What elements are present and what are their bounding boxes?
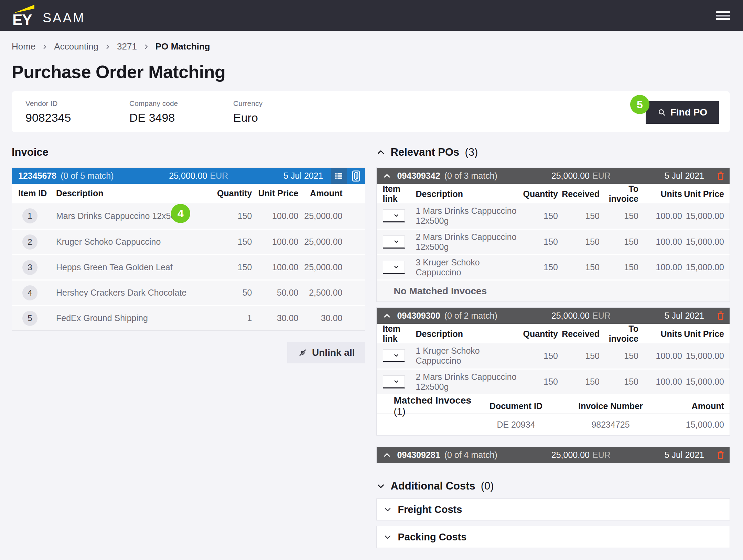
item-link-select[interactable] bbox=[383, 261, 405, 274]
page-content: 4 5 Home Accounting 3271 PO Matching Pur… bbox=[0, 41, 743, 548]
po-header-bar[interactable]: 094309281 (0 of 4 match) 25,000.00 EUR 5… bbox=[377, 447, 730, 463]
trash-icon[interactable] bbox=[712, 168, 730, 184]
find-po-button[interactable]: Find PO bbox=[646, 101, 719, 124]
po-match-count: (0 of 2 match) bbox=[444, 311, 497, 321]
po-card-094309342: 094309342 (0 of 3 match) 25,000.00 EUR 5… bbox=[376, 167, 730, 302]
item-description: Kruger Schoko Cappuccino bbox=[56, 237, 204, 247]
item-description: Hepps Green Tea Golden Leaf bbox=[56, 262, 204, 272]
relevant-pos-count: (3) bbox=[465, 146, 478, 158]
vendor-id-field: Vendor ID 9082345 bbox=[25, 99, 129, 124]
product-name: SAAM bbox=[43, 11, 85, 25]
packing-costs-panel[interactable]: Packing Costs bbox=[376, 526, 730, 548]
invoice-item-row: 5 FedEx Ground Shipping 1 30.00 30.00 bbox=[12, 305, 365, 330]
po-item-row: 1 Kruger Schoko Cappuccino 150 150 150 1… bbox=[377, 343, 730, 369]
po-item-description: 2 Mars Drinks Cappuccino 12x500g bbox=[416, 232, 520, 252]
po-match-count: (0 of 3 match) bbox=[444, 171, 497, 181]
po-item-description: 3 Kruger Schoko Cappuccino bbox=[416, 257, 520, 277]
po-amount: 25,000.00 bbox=[551, 171, 590, 181]
po-amount: 25,000.00 bbox=[551, 450, 590, 460]
freight-costs-panel[interactable]: Freight Costs bbox=[376, 498, 730, 520]
trash-icon[interactable] bbox=[712, 308, 730, 324]
po-currency: EUR bbox=[592, 171, 611, 181]
page-title: Purchase Order Matching bbox=[12, 62, 730, 82]
po-table-header: Item link Description Quantity Received … bbox=[377, 184, 730, 203]
summary-card: Vendor ID 9082345 Company code DE 3498 C… bbox=[12, 91, 730, 132]
matched-invoices-title: Matched Invoces bbox=[394, 395, 472, 406]
po-date: 5 Jul 2021 bbox=[665, 311, 704, 321]
item-link-select[interactable] bbox=[383, 209, 405, 222]
invoice-match-count: (0 of 5 match) bbox=[61, 171, 114, 181]
item-id-badge: 5 bbox=[22, 311, 37, 326]
item-description: FedEx Ground Shipping bbox=[56, 313, 204, 323]
brand-logo: EY SAAM bbox=[12, 5, 85, 26]
chevron-down-icon bbox=[384, 533, 392, 541]
matched-invoice-row: DE 20934 98234725 15,000.00 bbox=[377, 414, 730, 435]
relevant-pos-title: Relevant POs bbox=[391, 146, 460, 158]
matched-invoice-number: 98234725 bbox=[559, 420, 662, 430]
po-id: 094309342 bbox=[397, 171, 440, 181]
item-id-badge: 4 bbox=[22, 285, 37, 300]
item-description: Hershey Crackers Dark Chocolate bbox=[56, 288, 204, 298]
step-badge-4: 4 bbox=[171, 204, 190, 223]
matched-invoices-count: (1) bbox=[394, 406, 406, 417]
step-badge-5: 5 bbox=[630, 95, 649, 114]
ey-logo: EY bbox=[12, 5, 34, 26]
no-matched-invoices-label: No Matched Invoces bbox=[377, 279, 730, 301]
chevron-up-icon[interactable] bbox=[376, 148, 385, 157]
invoice-item-row: 2 Kruger Schoko Cappuccino 150 100.00 25… bbox=[12, 229, 365, 254]
breadcrumb-accounting[interactable]: Accounting bbox=[54, 41, 98, 52]
po-id: 094309300 bbox=[397, 311, 440, 321]
chevron-up-icon[interactable] bbox=[383, 172, 391, 180]
po-item-description: 2 Mars Drinks Cappuccino 12x500g bbox=[416, 372, 520, 392]
chevron-up-icon[interactable] bbox=[383, 451, 391, 459]
po-item-row: 2 Mars Drinks Cappuccino 12x500g 150 150… bbox=[377, 229, 730, 254]
breadcrumb: Home Accounting 3271 PO Matching bbox=[12, 41, 730, 52]
additional-costs-section: Additional Costs (0) bbox=[376, 479, 730, 493]
chevron-down-icon[interactable] bbox=[376, 482, 385, 491]
chevron-right-icon bbox=[42, 44, 48, 50]
invoice-table-header: Item ID Description Quantity Unit Price … bbox=[12, 184, 365, 203]
trash-icon[interactable] bbox=[712, 447, 730, 463]
item-id-badge: 3 bbox=[22, 260, 37, 275]
list-icon[interactable] bbox=[331, 168, 347, 184]
invoice-card: 12345678 (0 of 5 match) 25,000.00 EUR 5 … bbox=[12, 167, 365, 331]
po-item-row: 2 Mars Drinks Cappuccino 12x500g 150 150… bbox=[377, 369, 730, 394]
additional-costs-title: Additional Costs bbox=[391, 480, 475, 492]
company-code-field: Company code DE 3498 bbox=[129, 99, 233, 124]
po-item-row: 3 Kruger Schoko Cappuccino 150 150 150 1… bbox=[377, 254, 730, 279]
unlink-all-button[interactable]: Unlink all bbox=[287, 342, 365, 363]
po-card-094309281: 094309281 (0 of 4 match) 25,000.00 EUR 5… bbox=[376, 447, 730, 463]
item-link-select[interactable] bbox=[383, 235, 405, 249]
invoice-section-title: Invoice bbox=[12, 146, 49, 158]
search-icon bbox=[657, 108, 666, 117]
po-amount: 25,000.00 bbox=[551, 311, 590, 321]
invoice-date: 5 Jul 2021 bbox=[283, 171, 323, 181]
item-id-badge: 2 bbox=[22, 234, 37, 250]
po-date: 5 Jul 2021 bbox=[665, 450, 704, 460]
po-date: 5 Jul 2021 bbox=[665, 171, 704, 181]
attachment-icon[interactable] bbox=[347, 168, 365, 184]
invoice-currency: EUR bbox=[210, 171, 228, 181]
item-id-badge: 1 bbox=[22, 208, 37, 223]
matched-amount: 15,000.00 bbox=[662, 420, 724, 430]
matched-document-id: DE 20934 bbox=[473, 420, 559, 430]
chevron-down-icon bbox=[384, 505, 392, 514]
po-item-description: 1 Mars Drinks Cappuccino 12x500g bbox=[416, 206, 520, 226]
po-table-header: Item link Description Quantity Received … bbox=[377, 324, 730, 343]
unlink-icon bbox=[298, 348, 308, 358]
po-header-bar[interactable]: 094309342 (0 of 3 match) 25,000.00 EUR 5… bbox=[377, 168, 730, 184]
po-header-bar[interactable]: 094309300 (0 of 2 match) 25,000.00 EUR 5… bbox=[377, 308, 730, 324]
item-link-select[interactable] bbox=[383, 375, 405, 388]
currency-field: Currency Euro bbox=[233, 99, 337, 124]
po-match-count: (0 of 4 match) bbox=[444, 450, 497, 460]
invoice-header-bar[interactable]: 12345678 (0 of 5 match) 25,000.00 EUR 5 … bbox=[12, 168, 365, 184]
invoice-item-row: 4 Hershey Crackers Dark Chocolate 50 50.… bbox=[12, 279, 365, 305]
menu-icon[interactable] bbox=[716, 11, 730, 20]
item-link-select[interactable] bbox=[383, 349, 405, 362]
po-item-row: 1 Mars Drinks Cappuccino 12x500g 150 150… bbox=[377, 203, 730, 229]
breadcrumb-home[interactable]: Home bbox=[12, 41, 35, 52]
chevron-right-icon bbox=[105, 44, 111, 50]
chevron-up-icon[interactable] bbox=[383, 312, 391, 320]
breadcrumb-3271[interactable]: 3271 bbox=[117, 41, 137, 52]
top-bar: EY SAAM bbox=[0, 0, 743, 31]
